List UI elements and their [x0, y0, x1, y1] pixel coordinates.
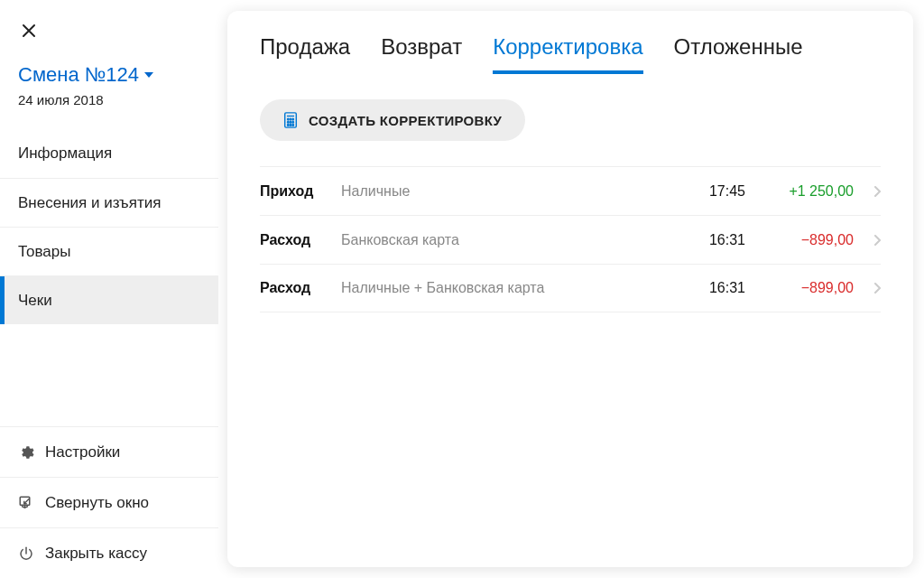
row-amount: −899,00	[745, 232, 854, 248]
minimize-window-icon	[18, 495, 34, 511]
sidebar: Смена №124 24 июля 2018 Информация Внесе…	[0, 0, 218, 578]
sidebar-item-label: Внесения и изъятия	[18, 194, 161, 212]
tab-label: Возврат	[381, 34, 462, 59]
row-type: Расход	[260, 280, 341, 296]
correction-list: Приход Наличные 17:45 +1 250,00 Расход Б…	[260, 166, 881, 312]
shift-selector[interactable]: Смена №124	[18, 63, 153, 87]
tab-deferred[interactable]: Отложенные	[674, 34, 803, 74]
tab-label: Корректировка	[493, 34, 642, 59]
row-method: Наличные + Банковская карта	[341, 280, 682, 296]
svg-point-7	[290, 121, 291, 123]
svg-point-5	[292, 118, 294, 120]
row-method: Банковская карта	[341, 232, 682, 248]
row-type: Расход	[260, 232, 341, 248]
row-method: Наличные	[341, 183, 682, 200]
sidebar-item-label: Закрыть кассу	[45, 545, 147, 563]
svg-point-11	[292, 125, 294, 126]
table-row[interactable]: Расход Банковская карта 16:31 −899,00	[260, 215, 881, 264]
tab-correction[interactable]: Корректировка	[493, 34, 642, 74]
sidebar-nav: Информация Внесения и изъятия Товары Чек…	[0, 129, 218, 324]
shift-title-label: Смена №124	[18, 63, 139, 87]
chevron-right-icon	[854, 186, 881, 197]
shift-date: 24 июля 2018	[18, 92, 200, 107]
row-amount: +1 250,00	[745, 183, 854, 200]
sidebar-item-close-register[interactable]: Закрыть кассу	[0, 527, 218, 578]
chevron-right-icon	[854, 235, 881, 246]
sidebar-item-label: Настройки	[45, 443, 120, 461]
create-correction-label: СОЗДАТЬ КОРРЕКТИРОВКУ	[309, 113, 502, 128]
gear-icon	[18, 444, 34, 461]
table-row[interactable]: Приход Наличные 17:45 +1 250,00	[260, 166, 881, 215]
row-amount: −899,00	[745, 280, 854, 296]
sidebar-item-deposits-withdrawals[interactable]: Внесения и изъятия	[0, 178, 218, 227]
svg-point-9	[287, 125, 289, 126]
svg-point-8	[292, 121, 294, 123]
main-panel: Продажа Возврат Корректировка Отложенные…	[227, 11, 913, 567]
tab-label: Продажа	[260, 34, 350, 59]
power-icon	[18, 545, 34, 562]
row-time: 16:31	[682, 232, 745, 248]
chevron-right-icon	[854, 283, 881, 294]
tab-label: Отложенные	[674, 34, 803, 59]
sidebar-item-label: Товары	[18, 243, 70, 261]
row-time: 16:31	[682, 280, 745, 296]
calculator-icon	[283, 112, 298, 128]
svg-point-3	[287, 118, 289, 120]
svg-point-10	[290, 125, 291, 126]
tabs: Продажа Возврат Корректировка Отложенные	[260, 34, 881, 74]
tab-sale[interactable]: Продажа	[260, 34, 350, 74]
close-button[interactable]	[18, 20, 40, 42]
sidebar-utility: Настройки Свернуть окно Закрыть кассу	[0, 426, 218, 578]
sidebar-item-minimize[interactable]: Свернуть окно	[0, 477, 218, 527]
row-type: Приход	[260, 183, 341, 200]
svg-point-6	[287, 121, 289, 123]
sidebar-item-label: Информация	[18, 144, 112, 163]
close-icon	[22, 23, 36, 38]
row-time: 17:45	[682, 183, 745, 200]
svg-point-4	[290, 118, 291, 120]
sidebar-item-label: Свернуть окно	[45, 494, 149, 512]
sidebar-item-label: Чеки	[18, 292, 52, 310]
table-row[interactable]: Расход Наличные + Банковская карта 16:31…	[260, 264, 881, 312]
sidebar-item-receipts[interactable]: Чеки	[0, 275, 218, 324]
sidebar-item-goods[interactable]: Товары	[0, 227, 218, 275]
caret-down-icon	[144, 72, 153, 78]
tab-return[interactable]: Возврат	[381, 34, 462, 74]
sidebar-item-settings[interactable]: Настройки	[0, 426, 218, 477]
sidebar-item-information[interactable]: Информация	[0, 129, 218, 178]
create-correction-button[interactable]: СОЗДАТЬ КОРРЕКТИРОВКУ	[260, 99, 525, 141]
